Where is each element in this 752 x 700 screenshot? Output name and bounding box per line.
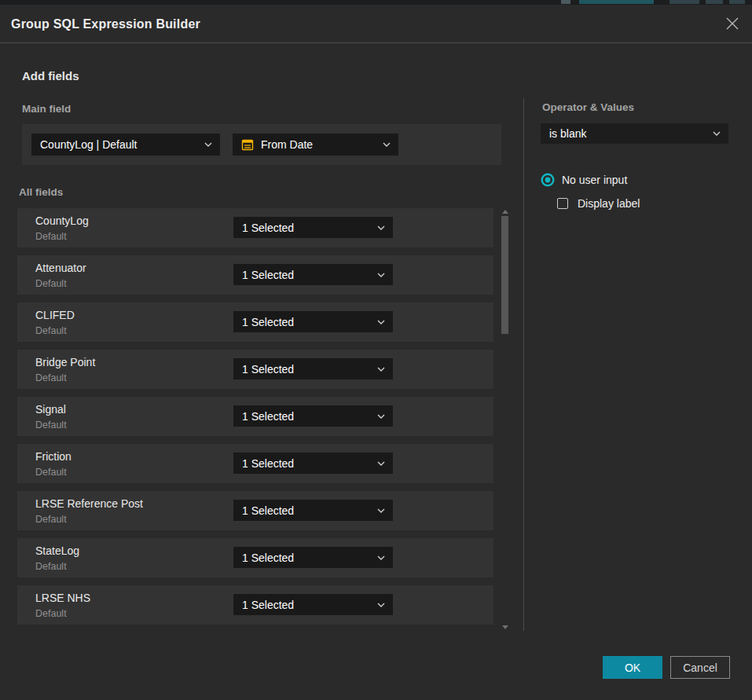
field-row-selection-dropdown[interactable]: 1 Selected	[233, 264, 393, 285]
chevron-down-icon	[377, 225, 385, 230]
operator-values-label: Operator & Values	[542, 101, 634, 113]
chevron-down-icon	[377, 273, 385, 277]
field-row-selection: 1 Selected	[242, 316, 294, 328]
field-row-sublabel: Default	[35, 420, 67, 431]
all-fields-list: CountyLog Default 1 Selected Attenuator …	[17, 208, 493, 632]
chevron-down-icon	[377, 603, 385, 607]
field-row: LRSE NHS Default 1 Selected	[17, 585, 493, 625]
field-row-name: LRSE Reference Post	[35, 497, 143, 510]
chevron-down-icon	[377, 414, 385, 419]
field-row-sublabel: Default	[35, 372, 67, 383]
screen: Group SQL Expression Builder Add fields …	[0, 0, 752, 700]
field-row-sublabel: Default	[35, 231, 67, 242]
field-row-selection-dropdown[interactable]: 1 Selected	[233, 311, 393, 332]
close-button[interactable]	[722, 13, 743, 34]
no-user-input-label: No user input	[562, 174, 627, 186]
fields-list-scrollbar[interactable]	[501, 208, 510, 631]
dialog-titlebar: Group SQL Expression Builder	[0, 5, 752, 43]
field-row: Friction Default 1 Selected	[17, 444, 493, 483]
chevron-down-icon	[377, 367, 385, 372]
field-row-selection: 1 Selected	[242, 269, 294, 281]
field-row: LRSE Reference Post Default 1 Selected	[17, 491, 493, 530]
backdrop-fragment	[706, 0, 723, 4]
field-row-sublabel: Default	[35, 561, 67, 572]
scrollbar-up-arrow-icon[interactable]	[502, 210, 508, 214]
dialog-title: Group SQL Expression Builder	[11, 5, 200, 43]
field-row: Attenuator Default 1 Selected	[17, 255, 493, 295]
field-row-selection-dropdown[interactable]: 1 Selected	[233, 547, 393, 568]
chevron-down-icon	[377, 461, 385, 466]
main-field-field-dropdown[interactable]: From Date	[233, 134, 398, 156]
field-row-selection: 1 Selected	[242, 599, 294, 611]
field-row: CLIFED Default 1 Selected	[17, 302, 493, 342]
backdrop-fragment	[561, 0, 570, 4]
backdrop-fragment	[669, 0, 699, 4]
field-row-selection-dropdown[interactable]: 1 Selected	[233, 217, 393, 238]
field-row-name: Friction	[35, 450, 72, 463]
field-row-selection: 1 Selected	[242, 222, 294, 234]
field-row-selection-dropdown[interactable]: 1 Selected	[233, 453, 393, 474]
main-field-label: Main field	[22, 103, 71, 115]
display-label-text: Display label	[578, 197, 640, 210]
field-row-name: Signal	[35, 403, 66, 416]
no-user-input-radio[interactable]: No user input	[541, 173, 627, 187]
field-row: CountyLog Default 1 Selected	[17, 208, 493, 247]
field-row-selection-dropdown[interactable]: 1 Selected	[233, 405, 393, 427]
main-field-layer-dropdown[interactable]: CountyLog | Default	[31, 134, 220, 156]
main-field-box: CountyLog | Default From Date	[22, 124, 501, 165]
field-row-selection-dropdown[interactable]: 1 Selected	[233, 594, 393, 615]
field-row-name: Bridge Point	[35, 356, 95, 368]
field-row-selection: 1 Selected	[242, 363, 294, 376]
cancel-button[interactable]: Cancel	[670, 656, 730, 679]
field-row-sublabel: Default	[35, 514, 67, 525]
chevron-down-icon	[713, 131, 721, 136]
display-label-checkbox[interactable]: Display label	[557, 197, 640, 210]
field-row: StateLog Default 1 Selected	[17, 538, 493, 577]
main-field-field-value: From Date	[261, 138, 313, 151]
field-row-name: CLIFED	[35, 309, 75, 321]
all-fields-label: All fields	[19, 186, 63, 198]
field-row-selection-dropdown[interactable]: 1 Selected	[233, 358, 393, 379]
field-row-selection: 1 Selected	[242, 410, 294, 423]
field-row-selection-dropdown[interactable]: 1 Selected	[233, 500, 393, 521]
close-icon	[724, 16, 740, 31]
chevron-down-icon	[377, 508, 385, 513]
field-row: Bridge Point Default 1 Selected	[17, 350, 493, 389]
ok-button[interactable]: OK	[603, 656, 662, 679]
operator-dropdown[interactable]: is blank	[541, 123, 728, 144]
calendar-icon	[241, 138, 254, 151]
group-sql-expression-builder-dialog: Group SQL Expression Builder Add fields …	[0, 5, 752, 700]
scrollbar-thumb[interactable]	[501, 216, 508, 334]
field-row-name: StateLog	[35, 544, 79, 557]
field-row-selection: 1 Selected	[242, 457, 294, 470]
radio-selected-icon	[541, 173, 555, 187]
chevron-down-icon	[377, 320, 385, 324]
checkbox-unchecked-icon	[557, 198, 568, 209]
chevron-down-icon	[377, 555, 385, 560]
main-field-layer-value: CountyLog | Default	[40, 138, 138, 151]
field-row-selection: 1 Selected	[242, 504, 294, 517]
field-row-name: LRSE NHS	[35, 592, 90, 604]
chevron-down-icon	[204, 142, 212, 147]
chevron-down-icon	[383, 142, 391, 147]
backdrop-fragment	[729, 0, 745, 4]
operator-value: is blank	[549, 127, 586, 140]
add-fields-heading: Add fields	[22, 69, 79, 82]
field-row-sublabel: Default	[35, 325, 67, 336]
field-row-sublabel: Default	[35, 278, 67, 289]
field-row-name: Attenuator	[35, 262, 86, 274]
field-row-name: CountyLog	[35, 214, 89, 227]
field-row-selection: 1 Selected	[242, 552, 294, 564]
backdrop-fragment	[579, 0, 654, 4]
field-row-sublabel: Default	[35, 608, 67, 619]
field-row-sublabel: Default	[35, 467, 67, 478]
vertical-divider	[523, 98, 524, 631]
scrollbar-down-arrow-icon[interactable]	[502, 625, 508, 629]
field-row: Signal Default 1 Selected	[17, 397, 493, 436]
